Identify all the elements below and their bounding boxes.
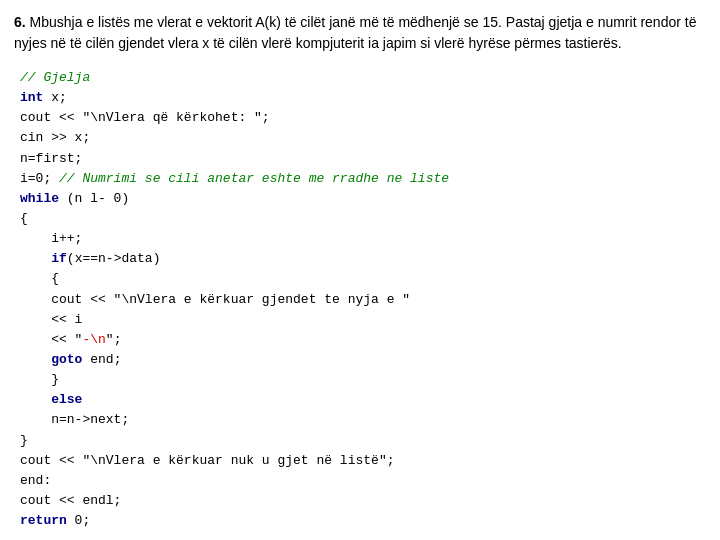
code-line-14: << "-\n"; bbox=[20, 330, 700, 350]
code-line-13: << i bbox=[20, 310, 700, 330]
code-line-9: i++; bbox=[20, 229, 700, 249]
code-line-3: cout << "\nVlera që kërkohet: "; bbox=[20, 108, 700, 128]
main-container: 6. Mbushja e listës me vlerat e vektorit… bbox=[0, 0, 720, 540]
code-line-4: cin >> x; bbox=[20, 128, 700, 148]
code-line-22: cout << endl; bbox=[20, 491, 700, 511]
code-line-8: { bbox=[20, 209, 700, 229]
code-line-12: cout << "\nVlera e kërkuar gjendet te ny… bbox=[20, 290, 700, 310]
code-line-11: { bbox=[20, 269, 700, 289]
description-body: Mbushja e listës me vlerat e vektorit A(… bbox=[14, 14, 696, 51]
code-line-6: i=0; // Numrimi se cili anetar eshte me … bbox=[20, 169, 700, 189]
code-line-20: cout << "\nVlera e kërkuar nuk u gjet në… bbox=[20, 451, 700, 471]
code-line-10: if(x==n->data) bbox=[20, 249, 700, 269]
code-line-7: while (n l- 0) bbox=[20, 189, 700, 209]
code-line-23: return 0; bbox=[20, 511, 700, 531]
problem-number: 6. bbox=[14, 14, 26, 30]
code-line-21: end: bbox=[20, 471, 700, 491]
code-line-17: else bbox=[20, 390, 700, 410]
code-line-1: // Gjelja bbox=[20, 68, 700, 88]
code-block: // Gjelja int x; cout << "\nVlera që kër… bbox=[14, 64, 706, 535]
code-line-18: n=n->next; bbox=[20, 410, 700, 430]
code-line-16: } bbox=[20, 370, 700, 390]
code-line-2: int x; bbox=[20, 88, 700, 108]
code-line-15: goto end; bbox=[20, 350, 700, 370]
description-text: 6. Mbushja e listës me vlerat e vektorit… bbox=[14, 12, 706, 54]
code-line-19: } bbox=[20, 431, 700, 451]
code-line-5: n=first; bbox=[20, 149, 700, 169]
